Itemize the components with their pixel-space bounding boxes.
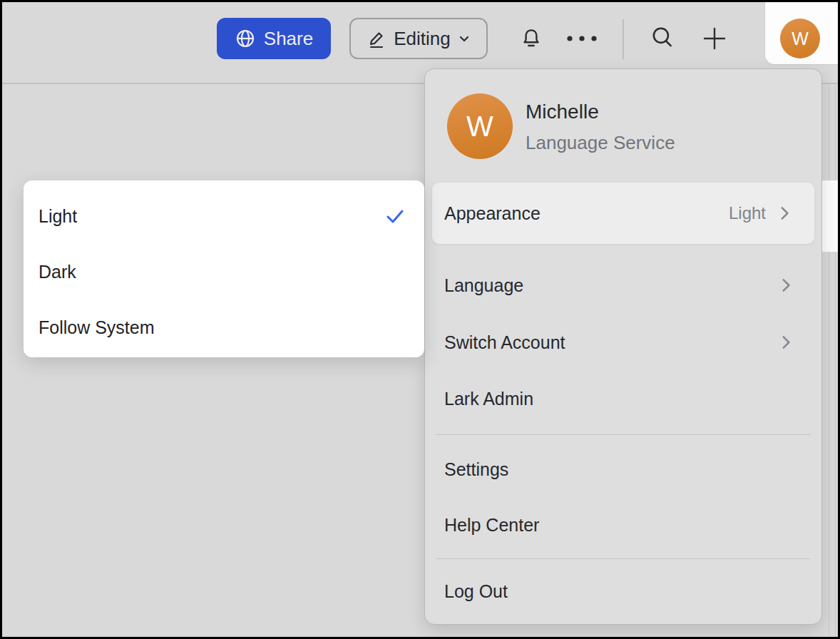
chevron-right-icon <box>777 334 794 351</box>
ellipsis-icon <box>565 34 598 43</box>
search-button[interactable] <box>648 24 677 52</box>
menu-item-help-center[interactable]: Help Center <box>425 496 821 553</box>
window-edge-divider <box>829 84 829 637</box>
appearance-option-follow-system[interactable]: Follow System <box>24 300 424 355</box>
appearance-option-dark[interactable]: Dark <box>24 244 424 300</box>
search-icon <box>650 25 675 51</box>
app-window: Share Editing <box>0 0 840 639</box>
lark-admin-label: Lark Admin <box>425 389 821 409</box>
follow-system-option-label: Follow System <box>24 317 424 338</box>
pencil-icon <box>367 29 386 48</box>
switch-account-label: Switch Account <box>425 332 777 353</box>
appearance-row-bridge <box>820 180 838 252</box>
chevron-down-icon <box>458 32 471 45</box>
avatar-active-sheet: W <box>764 2 838 65</box>
globe-icon <box>235 28 256 49</box>
share-button[interactable]: Share <box>217 18 331 59</box>
editing-label: Editing <box>394 28 451 50</box>
menu-item-log-out[interactable]: Log Out <box>425 563 821 620</box>
appearance-submenu: Light Dark Follow System <box>24 180 424 357</box>
plus-icon <box>702 26 727 51</box>
appearance-current-value: Light <box>729 203 766 223</box>
profile-avatar: W <box>447 93 513 159</box>
menu-divider <box>436 558 811 559</box>
language-label: Language <box>425 275 777 296</box>
menu-item-appearance[interactable]: Appearance Light <box>432 183 814 244</box>
menu-item-settings[interactable]: Settings <box>425 441 821 498</box>
settings-label: Settings <box>425 459 821 480</box>
log-out-label: Log Out <box>425 581 821 602</box>
notifications-bell-button[interactable] <box>517 24 546 53</box>
help-center-label: Help Center <box>425 515 821 536</box>
menu-item-switch-account[interactable]: Switch Account <box>425 314 821 371</box>
dark-option-label: Dark <box>24 262 424 282</box>
header-avatar-initial: W <box>792 29 809 49</box>
more-options-button[interactable] <box>565 29 599 48</box>
editing-mode-button[interactable]: Editing <box>349 18 488 59</box>
header-avatar[interactable]: W <box>780 19 820 58</box>
share-label: Share <box>264 28 313 50</box>
menu-divider <box>436 434 811 435</box>
menu-item-language[interactable]: Language <box>425 257 821 314</box>
bell-icon <box>518 26 544 51</box>
light-option-label: Light <box>24 206 384 227</box>
menu-item-lark-admin[interactable]: Lark Admin <box>425 370 821 427</box>
check-icon <box>384 205 406 227</box>
header-section-divider <box>623 19 624 59</box>
user-summary: W Michelle Language Service <box>425 69 821 183</box>
window-edge-divider <box>835 84 836 637</box>
user-organization: Language Service <box>526 132 675 154</box>
chevron-right-icon <box>776 205 793 222</box>
create-new-button[interactable] <box>700 24 729 53</box>
appearance-label: Appearance <box>432 203 729 224</box>
screen-background: Share Editing <box>2 2 838 637</box>
chevron-right-icon <box>777 277 794 294</box>
profile-avatar-initial: W <box>466 111 493 143</box>
user-name: Michelle <box>526 101 599 123</box>
profile-menu: W Michelle Language Service Appearance L… <box>424 68 822 625</box>
appearance-option-light[interactable]: Light <box>24 188 424 244</box>
